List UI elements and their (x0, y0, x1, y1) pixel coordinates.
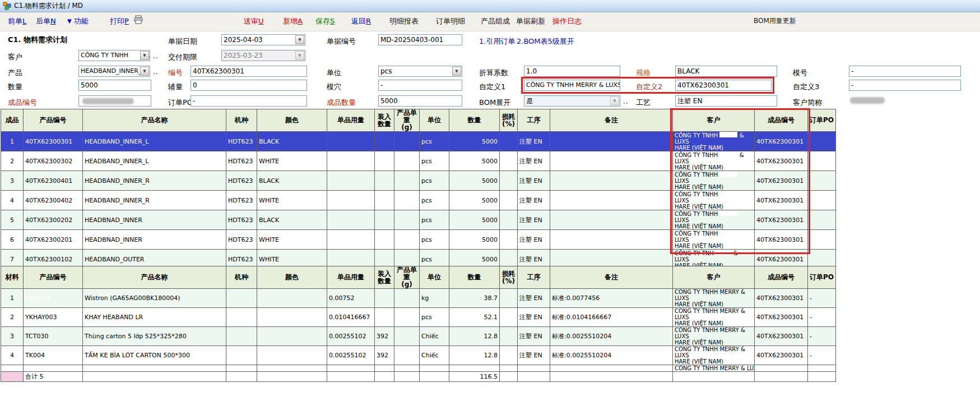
grid-cell[interactable] (394, 308, 420, 327)
row-number-cell[interactable]: 3 (1, 327, 24, 346)
grid-cell[interactable]: 注塑 EN (518, 327, 550, 346)
grid-cell[interactable]: WHITE (257, 191, 327, 210)
custom3-input[interactable]: - (849, 80, 961, 91)
grid-cell[interactable]: WHITE (257, 151, 327, 171)
grid-cell[interactable] (375, 308, 394, 327)
next-doc-button[interactable]: 后单N (36, 16, 56, 26)
grid-cell[interactable]: - (808, 327, 836, 346)
grid-cell[interactable] (500, 191, 518, 210)
product-combo[interactable]: HEADBAND_INNER_L▼ (78, 66, 150, 77)
chevron-down-icon[interactable]: ▼ (140, 51, 149, 60)
grid-cell[interactable] (500, 308, 518, 327)
grid-cell[interactable]: 40TX62300302 (24, 151, 83, 171)
grid-cell[interactable]: HDT623 (226, 151, 257, 171)
grid-cell[interactable]: BLACK (257, 132, 327, 151)
operation-log-button[interactable]: 操作日志 (552, 16, 582, 26)
grid-cell[interactable]: 注塑 EN (518, 132, 550, 151)
grid-cell[interactable]: 5000 (449, 132, 500, 151)
grid-cell[interactable]: WHITE (257, 230, 327, 250)
add-button[interactable]: 新增A (283, 16, 303, 26)
grid-cell[interactable]: CÔNG TY TNHH MERRY & LUXSHARE (VIỆT NAM) (673, 289, 755, 308)
bom-browse-button[interactable]: .. (623, 98, 629, 105)
row-number-cell[interactable]: 4 (1, 191, 24, 210)
grid-cell[interactable]: - (808, 289, 836, 308)
grid-cell[interactable]: 40TX62300301 (755, 327, 808, 346)
grid-cell[interactable]: 40TX62300202 (24, 210, 83, 230)
grid-cell[interactable]: 40TX62300301 (755, 210, 808, 230)
grid-cell[interactable]: kg (420, 289, 449, 308)
grid-cell[interactable]: 注塑 EN (518, 191, 550, 210)
row-number-cell[interactable]: 2 (1, 308, 24, 327)
order-detail-button[interactable]: 订单明细 (436, 16, 465, 26)
grid-cell[interactable]: 0.010416667 (327, 308, 375, 327)
row-number-cell[interactable]: 4 (1, 346, 24, 365)
conversion-factor-input[interactable]: 1.0 (524, 66, 620, 77)
grid-cell[interactable]: 5000 (449, 210, 500, 230)
grid-cell[interactable] (518, 365, 550, 372)
grid-cell[interactable]: CÔNG TY TNHH MERRY & LUXSHARE (VIỆT NAM) (673, 308, 755, 327)
grid-cell[interactable]: YKHAY003 (24, 308, 83, 327)
grid-cell[interactable] (808, 210, 836, 230)
grid-cell[interactable]: pcs (420, 308, 449, 327)
grid-cell[interactable] (257, 289, 327, 308)
grid-cell[interactable]: 40TX62300301 (755, 132, 808, 151)
grid-cell[interactable]: 注塑 EN (518, 171, 550, 191)
grid-row[interactable]: 640TX62300201HEADBNAD_INNERHDT623WHITEpc… (1, 230, 836, 250)
aux-qty-input[interactable]: 0 (191, 80, 307, 91)
grid-cell[interactable] (394, 151, 420, 171)
chevron-down-icon[interactable]: ▼ (452, 67, 461, 76)
chevron-down-icon[interactable]: ▼ (140, 67, 149, 76)
grid-cell[interactable]: pcs (420, 230, 449, 250)
grid-cell[interactable]: Chiếc (420, 346, 449, 365)
grid-cell[interactable]: 5000 (449, 151, 500, 171)
grid-cell[interactable] (375, 289, 394, 308)
grid-cell[interactable] (394, 132, 420, 151)
function-menu-button[interactable]: ▼ 功能 (67, 16, 89, 26)
grid-cell[interactable]: CÔNG TY TNHH & LUXSHARE (VIỆT NAM) (673, 151, 755, 171)
grid-cell[interactable]: HDT623 (226, 230, 257, 250)
grid-cell[interactable] (257, 346, 327, 365)
grid-cell[interactable] (500, 289, 518, 308)
grid-cell[interactable] (500, 210, 518, 230)
doc-date-input[interactable]: 2025-04-03▼ (221, 34, 305, 45)
grid-cell[interactable]: 0.00752 (327, 289, 375, 308)
grid-cell[interactable] (550, 191, 673, 210)
product-browse-button[interactable]: .. (153, 68, 159, 76)
grid-cell[interactable]: HEADBAND_INNER_R (83, 191, 226, 210)
grid-cell[interactable] (24, 365, 83, 372)
grid-cell[interactable]: 392 (375, 327, 394, 346)
grid-cell[interactable] (257, 308, 327, 327)
grid-cell[interactable]: 40TX62300201 (24, 230, 83, 250)
grid-cell[interactable] (394, 230, 420, 250)
grid-cell[interactable]: HEADBAND_INNER_L (83, 132, 226, 151)
grid-cell[interactable]: 注塑 EN (518, 346, 550, 365)
customer-browse-button[interactable]: .. (153, 52, 159, 60)
grid-cell[interactable] (327, 191, 375, 210)
custom1-input[interactable]: CÔNG TY TNHH MERRY & LUXSHA (524, 80, 620, 91)
grid-cell[interactable]: 0.00255102 (327, 327, 375, 346)
grid-cell[interactable] (449, 365, 500, 372)
grid-cell[interactable]: 5000 (449, 230, 500, 250)
grid-cell[interactable] (226, 365, 257, 372)
chevron-down-icon[interactable]: ▼ (610, 96, 619, 105)
detail-report-button[interactable]: 明细报表 (389, 16, 419, 26)
grid-cell[interactable] (226, 346, 257, 365)
grid-cell[interactable]: 12.8 (449, 327, 500, 346)
ref-order-link[interactable]: 1.引用订单 (479, 36, 515, 47)
grid-cell[interactable] (394, 365, 420, 372)
grid-cell[interactable]: Chiếc (420, 327, 449, 346)
grid-cell[interactable]: Thùng carton 5 lớp 525*325*280 (83, 327, 226, 346)
grid-cell[interactable]: 标准:0.0077456 (550, 289, 673, 308)
grid-row[interactable]: 540TX62300202HEADBNAD_INNERHDT623BLACKpc… (1, 210, 836, 230)
prev-doc-button[interactable]: 前单L (8, 16, 26, 26)
grid-cell[interactable] (550, 230, 673, 250)
grid-cell[interactable] (226, 327, 257, 346)
refresh-doc-button[interactable]: 单据刷新 (516, 16, 545, 26)
process-input[interactable]: 注塑 EN (675, 95, 777, 107)
grid-cell[interactable]: BLACK (257, 210, 327, 230)
grid-cell[interactable]: 40TX62300301 (24, 132, 83, 151)
grid-cell[interactable] (1, 365, 24, 372)
save-button[interactable]: 保存S (315, 16, 335, 26)
grid-cell[interactable]: pcs (420, 132, 449, 151)
grid-row[interactable]: 2YKHAY003KHAY HEABAND LR0.010416667pcs52… (1, 308, 836, 327)
